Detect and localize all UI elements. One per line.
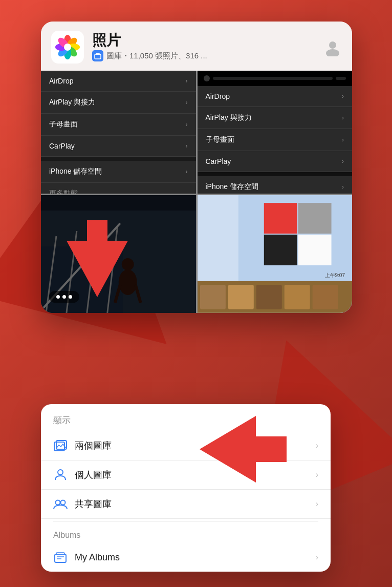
more-item-left[interactable]: 更多動態... [41,183,196,194]
red-arrow-left [67,220,128,304]
svg-rect-29 [298,203,331,234]
svg-rect-33 [200,285,225,309]
my-albums-label: My Albums [75,552,120,563]
storage-item-right[interactable]: iPhone 儲存空間 › [198,176,353,194]
svg-rect-34 [228,285,253,309]
carplay-item-left[interactable]: CarPlay › [41,136,196,157]
app-subtitle-text: 圖庫・11,050 張照片、316 ... [106,51,207,61]
menu-separator-right [198,172,353,176]
shared-library-label: 共享圖庫 [75,498,112,510]
chevron-icon-4: › [316,553,318,562]
screenshot-bottom-right: 上午9:07 [198,195,353,313]
svg-rect-31 [298,235,331,265]
popup-item-personal-library[interactable]: 個人圖庫 › [41,460,331,490]
popup-item-left-2: 個人圖庫 [53,468,112,482]
svg-point-12 [329,41,336,49]
red-arrow-right [194,416,287,485]
popup-header: 顯示 [41,404,331,431]
svg-rect-28 [264,203,297,234]
popup-item-left: 兩個圖庫 [53,438,112,453]
svg-rect-41 [235,436,287,462]
chevron-icon-2: › [316,470,318,479]
svg-point-44 [58,470,63,475]
svg-rect-39 [87,220,107,261]
pip-item-right[interactable]: 子母畫面 › [198,129,353,151]
svg-point-9 [64,44,71,51]
app-header: 照片 圖庫・11,050 張照片、316 ... [41,22,352,71]
pip-item-left[interactable]: 子母畫面 › [41,114,196,136]
popup-card: 顯示 兩個圖庫 › 個人圖庫 › [41,404,331,572]
storage-item-left[interactable]: iPhone 儲存空間 › [41,161,196,183]
screenshot-top-left: AirDrop › AirPlay 與接力 › 子母畫面 › CarPlay › [41,71,196,194]
svg-rect-25 [41,195,196,211]
dot-1 [56,295,60,299]
app-title-area: 照片 圖庫・11,050 張照片、316 ... [92,33,323,62]
popup-item-my-albums[interactable]: My Albums › [41,543,331,572]
svg-rect-30 [264,235,297,265]
profile-icon[interactable] [323,38,342,56]
carplay-item-right[interactable]: CarPlay › [198,151,353,172]
svg-rect-36 [284,285,310,309]
chevron-icon-3: › [316,499,318,509]
personal-library-label: 個人圖庫 [75,469,112,481]
color-grid-area: 上午9:07 [198,195,353,313]
chevron-icon-1: › [316,441,318,450]
dark-menu-left: AirDrop › AirPlay 與接力 › 子母畫面 › CarPlay › [41,71,196,194]
popup-header-title: 顯示 [53,415,71,425]
svg-rect-37 [312,285,338,309]
airplay-item-left[interactable]: AirPlay 與接力 › [41,92,196,114]
popup-separator [53,521,318,521]
svg-point-46 [61,500,66,505]
app-title: 照片 [92,33,323,49]
svg-point-45 [56,500,60,505]
albums-section-label: Albums [41,523,331,543]
menu-separator [41,157,196,161]
airplay-item-right[interactable]: AirPlay 與接力 › [198,107,353,129]
dot-2 [62,295,66,299]
person-icon [53,468,68,482]
svg-rect-35 [256,285,281,309]
popup-item-two-libraries[interactable]: 兩個圖庫 › [41,431,331,460]
screenshot-top-right: AirDrop › AirPlay 與接力 › 子母畫面 › CarPlay › [198,71,353,194]
two-libraries-label: 兩個圖庫 [75,439,112,452]
popup-item-left-3: 共享圖庫 [53,497,112,511]
svg-rect-47 [55,554,66,562]
popup-item-shared-library[interactable]: 共享圖庫 › [41,490,331,519]
dark-menu-right: AirDrop › AirPlay 與接力 › 子母畫面 › CarPlay › [198,71,353,194]
albums-icon [53,550,68,564]
gallery-icon [53,438,68,453]
airdrop-item-left[interactable]: AirDrop › [41,71,196,92]
library-icon [92,50,103,61]
shared-icon [53,497,68,511]
app-icon [51,31,84,64]
svg-rect-10 [95,54,101,59]
svg-rect-11 [96,53,100,55]
app-subtitle: 圖庫・11,050 張照片、316 ... [92,50,323,61]
svg-point-13 [326,49,339,56]
popup-item-left-4: My Albums [53,550,120,564]
airdrop-item-right[interactable]: AirDrop › [198,86,353,107]
